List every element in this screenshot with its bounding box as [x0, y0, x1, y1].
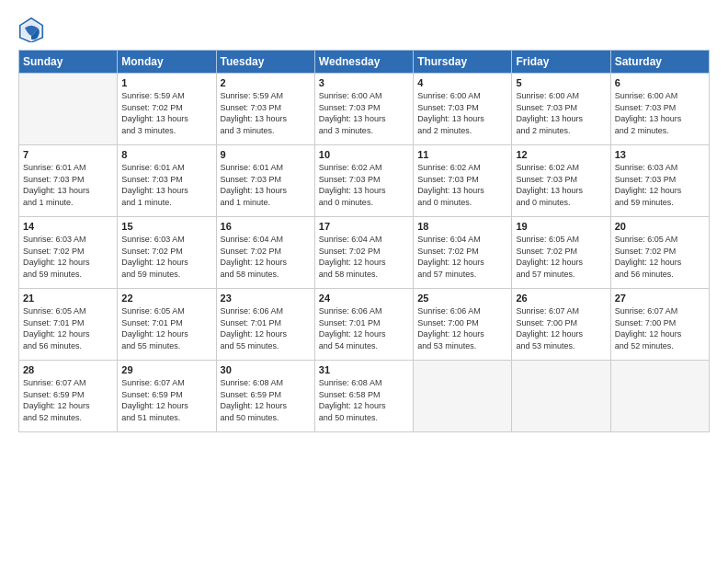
day-info: Sunrise: 6:06 AM Sunset: 7:01 PM Dayligh…	[319, 305, 409, 351]
day-number: 21	[23, 293, 113, 304]
calendar-cell: 31Sunrise: 6:08 AM Sunset: 6:58 PM Dayli…	[314, 361, 413, 432]
day-info: Sunrise: 6:08 AM Sunset: 6:58 PM Dayligh…	[319, 377, 409, 423]
logo	[18, 17, 48, 42]
col-header-wednesday: Wednesday	[314, 51, 413, 74]
calendar-cell: 16Sunrise: 6:04 AM Sunset: 7:02 PM Dayli…	[216, 217, 314, 289]
day-info: Sunrise: 6:00 AM Sunset: 7:03 PM Dayligh…	[319, 90, 409, 136]
week-row-2: 14Sunrise: 6:03 AM Sunset: 7:02 PM Dayli…	[19, 217, 710, 289]
day-number: 11	[417, 149, 507, 160]
day-info: Sunrise: 6:02 AM Sunset: 7:03 PM Dayligh…	[319, 162, 409, 208]
day-number: 18	[417, 221, 507, 232]
day-number: 25	[417, 293, 507, 304]
day-info: Sunrise: 6:00 AM Sunset: 7:03 PM Dayligh…	[417, 90, 507, 136]
calendar-cell: 2Sunrise: 5:59 AM Sunset: 7:03 PM Daylig…	[216, 74, 314, 145]
calendar-cell: 11Sunrise: 6:02 AM Sunset: 7:03 PM Dayli…	[414, 145, 512, 217]
day-number: 7	[23, 149, 113, 160]
calendar-header-row: SundayMondayTuesdayWednesdayThursdayFrid…	[19, 51, 710, 74]
day-number: 29	[121, 364, 211, 375]
day-info: Sunrise: 6:02 AM Sunset: 7:03 PM Dayligh…	[417, 162, 507, 208]
day-number: 3	[319, 77, 409, 88]
page-container: SundayMondayTuesdayWednesdayThursdayFrid…	[0, 0, 728, 442]
col-header-saturday: Saturday	[610, 51, 709, 74]
day-number: 15	[121, 221, 211, 232]
calendar-cell	[512, 361, 610, 432]
calendar-cell: 22Sunrise: 6:05 AM Sunset: 7:01 PM Dayli…	[118, 289, 216, 361]
day-number: 13	[615, 149, 705, 160]
day-info: Sunrise: 5:59 AM Sunset: 7:03 PM Dayligh…	[221, 90, 311, 136]
day-number: 30	[221, 364, 311, 375]
day-number: 26	[516, 293, 606, 304]
day-number: 17	[319, 221, 409, 232]
calendar-cell: 10Sunrise: 6:02 AM Sunset: 7:03 PM Dayli…	[314, 145, 413, 217]
calendar-cell: 28Sunrise: 6:07 AM Sunset: 6:59 PM Dayli…	[19, 361, 118, 432]
col-header-tuesday: Tuesday	[216, 51, 314, 74]
day-info: Sunrise: 6:02 AM Sunset: 7:03 PM Dayligh…	[516, 162, 606, 208]
calendar-cell: 18Sunrise: 6:04 AM Sunset: 7:02 PM Dayli…	[414, 217, 512, 289]
calendar-cell	[414, 361, 512, 432]
calendar-cell: 17Sunrise: 6:04 AM Sunset: 7:02 PM Dayli…	[314, 217, 413, 289]
day-info: Sunrise: 6:03 AM Sunset: 7:02 PM Dayligh…	[23, 234, 113, 280]
calendar-cell: 6Sunrise: 6:00 AM Sunset: 7:03 PM Daylig…	[610, 74, 709, 145]
calendar-cell: 7Sunrise: 6:01 AM Sunset: 7:03 PM Daylig…	[19, 145, 118, 217]
day-info: Sunrise: 6:04 AM Sunset: 7:02 PM Dayligh…	[319, 234, 409, 280]
day-number: 2	[221, 77, 311, 88]
day-info: Sunrise: 6:03 AM Sunset: 7:03 PM Dayligh…	[615, 162, 705, 208]
calendar-cell: 20Sunrise: 6:05 AM Sunset: 7:02 PM Dayli…	[610, 217, 709, 289]
calendar-cell: 19Sunrise: 6:05 AM Sunset: 7:02 PM Dayli…	[512, 217, 610, 289]
day-number: 27	[615, 293, 705, 304]
day-info: Sunrise: 6:07 AM Sunset: 6:59 PM Dayligh…	[121, 377, 211, 423]
day-info: Sunrise: 6:06 AM Sunset: 7:00 PM Dayligh…	[417, 305, 507, 351]
day-number: 16	[221, 221, 311, 232]
day-info: Sunrise: 6:04 AM Sunset: 7:02 PM Dayligh…	[417, 234, 507, 280]
calendar-cell: 14Sunrise: 6:03 AM Sunset: 7:02 PM Dayli…	[19, 217, 118, 289]
day-info: Sunrise: 5:59 AM Sunset: 7:02 PM Dayligh…	[121, 90, 211, 136]
calendar-cell: 9Sunrise: 6:01 AM Sunset: 7:03 PM Daylig…	[216, 145, 314, 217]
calendar-cell: 4Sunrise: 6:00 AM Sunset: 7:03 PM Daylig…	[414, 74, 512, 145]
day-number: 6	[615, 77, 705, 88]
day-number: 28	[23, 364, 113, 375]
calendar-cell: 1Sunrise: 5:59 AM Sunset: 7:02 PM Daylig…	[118, 74, 216, 145]
day-info: Sunrise: 6:08 AM Sunset: 6:59 PM Dayligh…	[221, 377, 311, 423]
day-number: 14	[23, 221, 113, 232]
calendar-cell: 25Sunrise: 6:06 AM Sunset: 7:00 PM Dayli…	[414, 289, 512, 361]
day-number: 22	[121, 293, 211, 304]
day-number: 31	[319, 364, 409, 375]
calendar-cell: 8Sunrise: 6:01 AM Sunset: 7:03 PM Daylig…	[118, 145, 216, 217]
day-info: Sunrise: 6:01 AM Sunset: 7:03 PM Dayligh…	[121, 162, 211, 208]
day-number: 20	[615, 221, 705, 232]
day-info: Sunrise: 6:04 AM Sunset: 7:02 PM Dayligh…	[221, 234, 311, 280]
calendar-cell: 26Sunrise: 6:07 AM Sunset: 7:00 PM Dayli…	[512, 289, 610, 361]
calendar-cell: 23Sunrise: 6:06 AM Sunset: 7:01 PM Dayli…	[216, 289, 314, 361]
day-number: 24	[319, 293, 409, 304]
calendar-cell	[610, 361, 709, 432]
day-number: 10	[319, 149, 409, 160]
calendar-cell: 29Sunrise: 6:07 AM Sunset: 6:59 PM Dayli…	[118, 361, 216, 432]
day-info: Sunrise: 6:05 AM Sunset: 7:01 PM Dayligh…	[23, 305, 113, 351]
week-row-1: 7Sunrise: 6:01 AM Sunset: 7:03 PM Daylig…	[19, 145, 710, 217]
day-number: 1	[121, 77, 211, 88]
calendar-cell: 24Sunrise: 6:06 AM Sunset: 7:01 PM Dayli…	[314, 289, 413, 361]
header	[18, 17, 710, 42]
day-info: Sunrise: 6:07 AM Sunset: 6:59 PM Dayligh…	[23, 377, 113, 423]
calendar-cell: 3Sunrise: 6:00 AM Sunset: 7:03 PM Daylig…	[314, 74, 413, 145]
calendar-cell: 13Sunrise: 6:03 AM Sunset: 7:03 PM Dayli…	[610, 145, 709, 217]
calendar-cell: 12Sunrise: 6:02 AM Sunset: 7:03 PM Dayli…	[512, 145, 610, 217]
week-row-0: 1Sunrise: 5:59 AM Sunset: 7:02 PM Daylig…	[19, 74, 710, 145]
week-row-4: 28Sunrise: 6:07 AM Sunset: 6:59 PM Dayli…	[19, 361, 710, 432]
week-row-3: 21Sunrise: 6:05 AM Sunset: 7:01 PM Dayli…	[19, 289, 710, 361]
calendar-cell: 27Sunrise: 6:07 AM Sunset: 7:00 PM Dayli…	[610, 289, 709, 361]
calendar-table: SundayMondayTuesdayWednesdayThursdayFrid…	[18, 50, 710, 432]
day-info: Sunrise: 6:07 AM Sunset: 7:00 PM Dayligh…	[516, 305, 606, 351]
calendar-cell: 30Sunrise: 6:08 AM Sunset: 6:59 PM Dayli…	[216, 361, 314, 432]
day-info: Sunrise: 6:05 AM Sunset: 7:02 PM Dayligh…	[516, 234, 606, 280]
day-number: 5	[516, 77, 606, 88]
day-number: 8	[121, 149, 211, 160]
day-info: Sunrise: 6:01 AM Sunset: 7:03 PM Dayligh…	[23, 162, 113, 208]
day-info: Sunrise: 6:00 AM Sunset: 7:03 PM Dayligh…	[516, 90, 606, 136]
day-info: Sunrise: 6:01 AM Sunset: 7:03 PM Dayligh…	[221, 162, 311, 208]
day-number: 12	[516, 149, 606, 160]
logo-icon	[18, 17, 44, 42]
day-number: 19	[516, 221, 606, 232]
day-number: 4	[417, 77, 507, 88]
col-header-friday: Friday	[512, 51, 610, 74]
